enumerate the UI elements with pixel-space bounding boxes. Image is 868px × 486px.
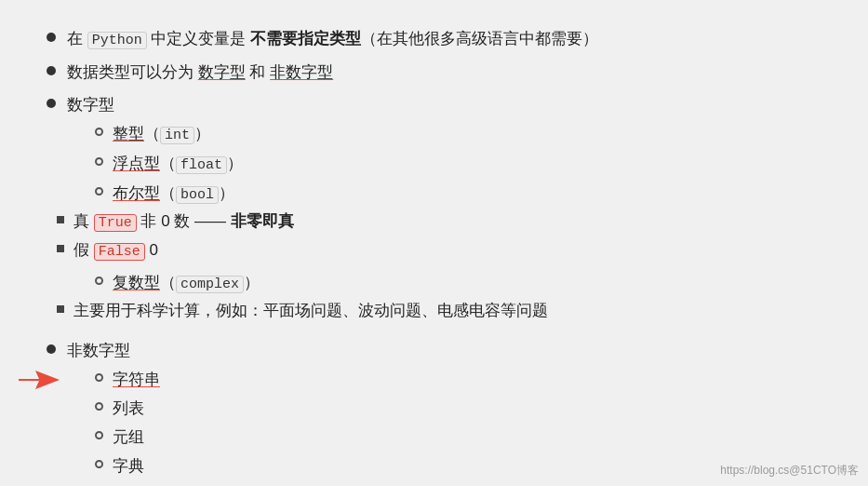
complex-code: complex (176, 276, 244, 293)
sublist-item-list: 列表 (67, 396, 821, 421)
arrow-svg (19, 369, 60, 391)
nonzero-label: 非零即真 (231, 212, 294, 230)
slide-content: 在 Python 中定义变量是 不需要指定类型（在其他很多高级语言中都需要） 数… (0, 0, 868, 486)
circle-bullet-int (95, 128, 103, 136)
numeric-type-label: 数字型 (198, 63, 246, 81)
bullet-dot-1 (47, 33, 56, 42)
python-code-tag: Python (87, 32, 147, 49)
sublist-item-complex: 复数型（complex） 主要用于科学计算，例如：平面场问题、波动问题、电感电容… (67, 270, 821, 326)
sublist-item-int: 整型（int） (67, 121, 821, 147)
sublist-item-string: 字符串 (67, 367, 821, 392)
circle-bullet-string (95, 373, 103, 382)
square-bullet-false (57, 245, 64, 252)
arrow-indicator (19, 369, 60, 398)
bool-sublist: 真 True 非 0 数 —— 非零即真 假 False 0 (57, 209, 821, 263)
numeric-sublist: 整型（int） 浮点型（float） 布尔型（boo (67, 121, 821, 326)
svg-marker-0 (19, 371, 60, 389)
square-bullet-complex (57, 305, 64, 313)
list-item-1: 在 Python 中定义变量是 不需要指定类型（在其他很多高级语言中都需要） (47, 26, 821, 52)
circle-bullet-tuple (95, 431, 103, 439)
bool-false-text: 假 False 0 (73, 237, 158, 263)
string-text: 字符串 (113, 371, 160, 388)
list-label: 列表 (113, 396, 144, 421)
bullet-dot-3 (47, 99, 56, 108)
bool-code: bool (176, 186, 219, 204)
float-label: 浮点型（float） (113, 151, 243, 177)
circle-bullet-complex (95, 277, 103, 285)
true-code: True (94, 214, 137, 232)
int-text: 整型 (113, 125, 144, 142)
nonnumeric-sublist: 字符串 列表 (67, 367, 821, 479)
tuple-label: 元组 (113, 425, 144, 450)
circle-bullet-bool (95, 187, 103, 196)
sublist-item-tuple: 元组 (67, 425, 821, 450)
bool-false-item: 假 False 0 (57, 237, 821, 263)
false-code: False (94, 243, 145, 261)
watermark: https://blog.cs@51CTO博客 (720, 463, 859, 479)
bullet2-text: 数据类型可以分为 数字型 和 非数字型 (67, 60, 821, 85)
complex-sublist: 主要用于科学计算，例如：平面场问题、波动问题、电感电容等问题 (57, 298, 821, 323)
circle-bullet-list (95, 402, 103, 411)
sublist-item-bool: 布尔型（bool） 真 True 非 0 数 —— 非零即真 (67, 181, 821, 266)
circle-bullet-dict (95, 460, 103, 468)
main-list: 在 Python 中定义变量是 不需要指定类型（在其他很多高级语言中都需要） 数… (47, 26, 821, 483)
string-label: 字符串 (113, 367, 160, 392)
complex-desc-item: 主要用于科学计算，例如：平面场问题、波动问题、电感电容等问题 (57, 298, 821, 323)
int-label: 整型（int） (113, 121, 210, 147)
list-item-4: 非数字型 字符串 (47, 338, 821, 483)
square-bullet-true (57, 216, 64, 223)
complex-text: 复数型 (113, 274, 160, 291)
circle-bullet-float (95, 157, 103, 166)
float-text: 浮点型 (113, 155, 160, 172)
complex-desc-text: 主要用于科学计算，例如：平面场问题、波动问题、电感电容等问题 (73, 298, 548, 323)
complex-label: 复数型（complex） 主要用于科学计算，例如：平面场问题、波动问题、电感电容… (113, 270, 821, 326)
nonnumeric-type-label: 非数字型 (270, 63, 333, 81)
bullet4-text: 非数字型 字符串 (67, 338, 821, 483)
int-code: int (160, 127, 194, 144)
list-item-2: 数据类型可以分为 数字型 和 非数字型 (47, 60, 821, 85)
bool-text: 布尔型 (113, 184, 160, 202)
bool-label: 布尔型（bool） 真 True 非 0 数 —— 非零即真 (113, 181, 821, 266)
bold-text-1: 不需要指定类型 (250, 30, 361, 47)
float-code: float (176, 156, 227, 174)
bool-true-item: 真 True 非 0 数 —— 非零即真 (57, 209, 821, 235)
bool-true-text: 真 True 非 0 数 —— 非零即真 (73, 209, 294, 235)
bullet3-text: 数字型 整型（int） 浮点型（float） (67, 92, 821, 330)
bullet1-text: 在 Python 中定义变量是 不需要指定类型（在其他很多高级语言中都需要） (67, 26, 821, 52)
dict-label: 字典 (113, 453, 144, 479)
sublist-item-float: 浮点型（float） (67, 151, 821, 177)
bullet-dot-2 (47, 66, 56, 75)
sublist-item-dict: 字典 (67, 453, 821, 479)
list-item-3: 数字型 整型（int） 浮点型（float） (47, 92, 821, 330)
bullet-dot-4 (47, 344, 56, 354)
